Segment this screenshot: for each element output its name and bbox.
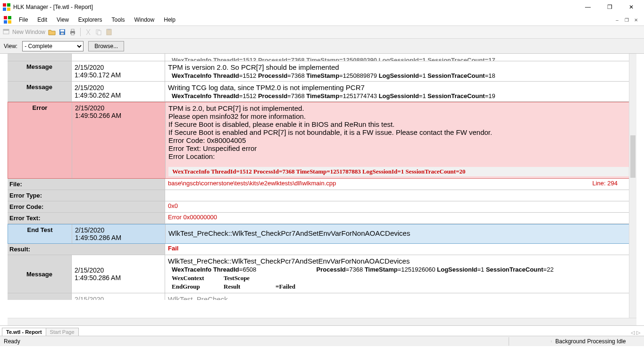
- file-line: Line: 294: [593, 180, 618, 189]
- row-time: 1:49:50.286 AM: [75, 274, 162, 282]
- row-date: 2/15/2020: [75, 64, 162, 71]
- svg-rect-12: [61, 33, 64, 34]
- svg-rect-3: [7, 8, 10, 11]
- svg-rect-19: [108, 29, 110, 30]
- document-tabs: Te.wtl - Report Start Page ◁ ▷: [0, 325, 644, 336]
- tab-nav-left-icon[interactable]: ◁: [631, 330, 635, 336]
- row-date: 2/15/2020: [75, 266, 162, 274]
- menu-edit[interactable]: Edit: [33, 16, 52, 24]
- meta-label: File:: [8, 179, 165, 190]
- log-row-message[interactable]: Message 2/15/2020 1:49:50.262 AM Writing…: [8, 82, 636, 102]
- trace-info: WexTraceInfo ThreadId=1512 ProcessId=736…: [168, 167, 633, 176]
- trace-info: WexTraceInfo ThreadId=1512 ProcessId=736…: [168, 91, 634, 99]
- svg-rect-9: [3, 29, 9, 31]
- toolbar: New Window: [0, 25, 644, 39]
- log-row-result: Result: Fail: [8, 244, 636, 255]
- view-select[interactable]: - Complete: [22, 41, 84, 51]
- mdi-close-icon[interactable]: ✕: [632, 16, 640, 24]
- trace-info: WexTraceInfo ThreadId=1512 ProcessId=736…: [168, 71, 634, 79]
- trace-info: WexTraceInfo ThreadId=6508 ProcessId=736…: [168, 265, 634, 273]
- log-row-cut-top: WexTraceInfo ThreadId=1512 ProcessId=736…: [8, 54, 636, 61]
- mdi-minimize-icon[interactable]: –: [613, 16, 621, 24]
- tab-nav-right-icon[interactable]: ▷: [636, 330, 640, 336]
- row-type-label: End Test: [8, 224, 72, 243]
- horizontal-scrollbar[interactable]: [8, 318, 636, 325]
- log-row-error[interactable]: Error 2/15/2020 1:49:50.266 AM TPM is 2.…: [8, 102, 636, 179]
- meta-label: Error Type:: [8, 190, 165, 201]
- menu-explorers[interactable]: Explorers: [74, 16, 107, 24]
- new-window-icon: [3, 28, 10, 36]
- minimize-button[interactable]: —: [577, 0, 599, 14]
- row-date: 2/15/2020: [75, 104, 162, 112]
- svg-rect-2: [3, 8, 6, 11]
- svg-rect-17: [98, 31, 101, 35]
- svg-rect-7: [8, 20, 11, 24]
- menu-view[interactable]: View: [52, 16, 74, 24]
- menu-window[interactable]: Window: [130, 16, 159, 24]
- meta-value: Error 0x00000000: [165, 213, 636, 224]
- svg-rect-1: [7, 3, 10, 7]
- svg-rect-5: [8, 16, 11, 19]
- menu-tools[interactable]: Tools: [107, 16, 130, 24]
- mdi-restore-icon[interactable]: ❐: [622, 16, 631, 24]
- window-title: HLK Manager - [Te.wtl - Report]: [13, 4, 93, 10]
- maximize-button[interactable]: ❐: [599, 0, 620, 14]
- row-time: 1:49:50.262 AM: [75, 91, 162, 99]
- row-date: 2/15/2020: [75, 226, 162, 234]
- cut-icon[interactable]: [84, 28, 92, 36]
- view-label: View:: [4, 43, 17, 50]
- meta-label: Error Text:: [8, 213, 165, 224]
- tab-start-page[interactable]: Start Page: [46, 328, 79, 336]
- new-window-label: New Window: [12, 29, 45, 35]
- menu-file[interactable]: File: [14, 16, 33, 24]
- row-time: 1:49:50.266 AM: [75, 112, 162, 119]
- row-body: WlkTest_PreCheck::WlkTest_CheckPcr7AndSe…: [168, 257, 634, 265]
- vertical-scrollbar[interactable]: [629, 54, 636, 325]
- row-time: 1:49:50.286 AM: [75, 234, 162, 241]
- view-bar: View: - Complete Browse...: [0, 39, 644, 54]
- row-body: TPM is 2.0, but PCR[7] is not implemente…: [168, 104, 633, 160]
- meta-label: Error Code:: [8, 201, 165, 212]
- print-icon[interactable]: [69, 28, 76, 36]
- status-bar: Ready Background Processing Idle: [0, 336, 644, 346]
- report-area: WexTraceInfo ThreadId=1512 ProcessId=736…: [0, 54, 644, 325]
- menu-help[interactable]: Help: [159, 16, 180, 24]
- new-window-button[interactable]: New Window: [3, 28, 45, 36]
- menu-bar: File Edit View Explorers Tools Window He…: [0, 14, 644, 25]
- log-row-message[interactable]: Message 2/15/2020 1:49:50.172 AM TPM is …: [8, 61, 636, 82]
- log-row-cut-bottom: 2/15/2020 WlkTest_PreCheck: [8, 293, 636, 300]
- row-body: TPM is version 2.0. So PCR[7] should be …: [168, 63, 634, 71]
- log-row-error-code: Error Code: 0x0: [8, 201, 636, 213]
- svg-rect-11: [60, 30, 64, 32]
- copy-icon[interactable]: [95, 28, 102, 36]
- open-icon[interactable]: [48, 28, 56, 36]
- save-icon[interactable]: [59, 28, 66, 36]
- trace-info: WexTraceInfo ThreadId=1512 ProcessId=736…: [168, 56, 634, 61]
- log-row-message[interactable]: Message 2/15/2020 1:49:50.286 AM WlkTest…: [8, 255, 636, 293]
- paste-icon[interactable]: [105, 28, 113, 36]
- file-path: base\ngscb\cornerstone\tests\kits\e2ewlk…: [168, 180, 336, 189]
- svg-rect-0: [3, 3, 6, 7]
- browse-button[interactable]: Browse...: [88, 41, 124, 51]
- row-type-label: Message: [8, 61, 72, 81]
- row-type-label: Message: [8, 255, 72, 293]
- meta-value: 0x0: [165, 201, 636, 212]
- app-icon: [3, 3, 10, 11]
- status-mid: [509, 340, 552, 342]
- log-row-end-test[interactable]: End Test 2/15/2020 1:49:50.286 AM WlkTes…: [8, 224, 636, 244]
- status-ready: Ready: [0, 337, 509, 346]
- title-bar: HLK Manager - [Te.wtl - Report] — ❐ ✕: [0, 0, 644, 14]
- meta-label: Result:: [8, 244, 165, 255]
- svg-rect-6: [4, 20, 7, 24]
- status-background: Background Processing Idle: [552, 337, 644, 346]
- log-row-file: File: base\ngscb\cornerstone\tests\kits\…: [8, 179, 636, 190]
- row-type-label: Message: [8, 82, 72, 101]
- log-row-error-text: Error Text: Error 0x00000000: [8, 213, 636, 224]
- row-date: 2/15/2020: [75, 84, 162, 91]
- svg-rect-4: [4, 16, 7, 19]
- close-button[interactable]: ✕: [620, 0, 642, 14]
- tab-report[interactable]: Te.wtl - Report: [2, 328, 46, 336]
- row-body: WlkTest_PreCheck::WlkTest_CheckPcr7AndSe…: [168, 229, 633, 237]
- svg-rect-14: [71, 29, 74, 31]
- row-type-label: Error: [8, 102, 72, 178]
